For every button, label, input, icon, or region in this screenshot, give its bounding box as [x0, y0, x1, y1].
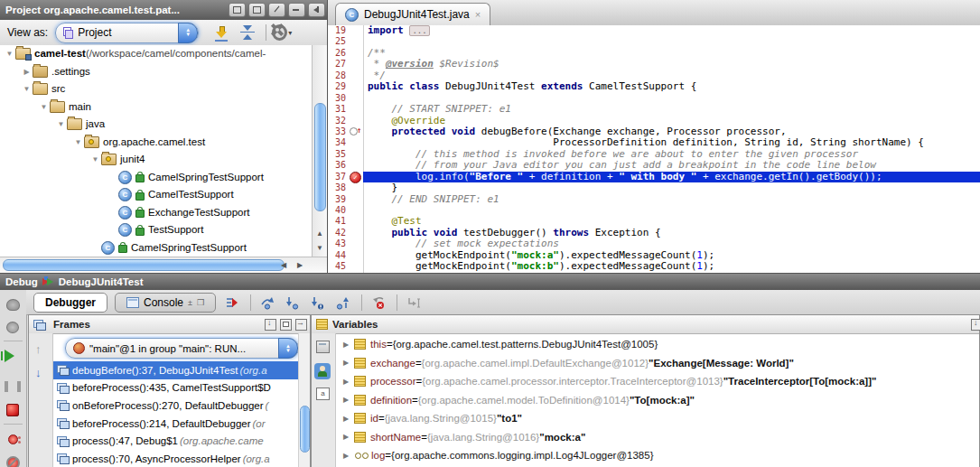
tree-hscrollbar-thumb[interactable]	[3, 259, 285, 271]
variable-row-id[interactable]: ▶id = {java.lang.String@1015}"to1"	[336, 409, 979, 428]
mute-breakpoints-icon[interactable]	[5, 454, 21, 467]
float-window-icon[interactable]	[229, 3, 246, 17]
view-as-dropdown[interactable]: Project ▲▼	[55, 23, 199, 43]
tree-open-arrow-icon[interactable]: ▼	[21, 80, 33, 98]
tree-scroll-up-icon[interactable]: ▲	[313, 227, 327, 241]
breakpoint-icon[interactable]	[350, 172, 361, 183]
pin-icon[interactable]	[268, 3, 285, 17]
tree-item-ExchangeTestSupport[interactable]: ExchangeTestSupport	[0, 204, 313, 222]
step-over-icon[interactable]	[258, 294, 276, 312]
code-area[interactable]: 19import ...2526/**27 * @version $Revisi…	[328, 25, 980, 273]
tree-item-CamelSpringTestSupport[interactable]: CamelSpringTestSupport	[0, 169, 313, 187]
tree-item-camel-test[interactable]: ▼camel-test (/workspace/camel/components…	[0, 45, 313, 63]
hide-panel-icon[interactable]	[308, 3, 325, 17]
tree-vscrollbar[interactable]: ▲ ▼	[312, 45, 327, 257]
thread-dump-icon[interactable]	[5, 319, 21, 335]
expand-arrow-icon[interactable]: ▶	[343, 433, 354, 441]
variable-row-exchange[interactable]: ▶exchange = {org.apache.camel.impl.Defau…	[336, 354, 979, 373]
text-view-icon[interactable]	[316, 388, 330, 400]
watch-settings-icon[interactable]	[314, 363, 331, 379]
tree-item-CamelSpringTestSupport[interactable]: CamelSpringTestSupport	[0, 239, 313, 257]
expand-arrow-icon[interactable]: ▶	[343, 359, 354, 367]
stop-icon[interactable]	[5, 402, 21, 418]
expand-arrow-icon[interactable]: ▶	[343, 378, 354, 386]
tree-item-CamelTestSupport[interactable]: CamelTestSupport	[0, 186, 313, 204]
overrides-method-icon[interactable]	[350, 127, 358, 135]
code-line-27[interactable]: 27 * @version $Revision$	[328, 59, 980, 70]
tree-open-arrow-icon[interactable]: ▼	[89, 151, 101, 169]
tree-open-arrow-icon[interactable]: ▼	[55, 116, 67, 134]
tree-item-junit4[interactable]: ▼junit4	[0, 151, 313, 169]
autoscroll-to-source-icon[interactable]	[213, 23, 233, 42]
tree-item-org.apache.camel.test[interactable]: ▼org.apache.camel.test	[0, 134, 313, 152]
tree-item-main[interactable]: ▼main	[0, 98, 313, 117]
force-step-into-icon[interactable]	[309, 294, 327, 312]
frame-row-1[interactable]: beforeProcess():435, CamelTestSupport$D	[53, 379, 299, 397]
tree-vscrollbar-thumb[interactable]	[314, 103, 326, 211]
debug-titlebar[interactable]: Debug DebugJUnit4Test	[0, 274, 980, 290]
editor-tab[interactable]: DebugJUnit4Test.java ×	[335, 3, 490, 25]
tree-open-arrow-icon[interactable]: ▼	[4, 45, 15, 63]
tree-scroll-right-icon[interactable]: ▶	[293, 258, 307, 273]
tree-open-arrow-icon[interactable]: ▼	[38, 98, 50, 117]
variable-row-definition[interactable]: ▶definition = {org.apache.camel.model.To…	[336, 391, 979, 410]
expand-arrow-icon[interactable]: ▶	[343, 341, 354, 349]
console-float-icon[interactable]: ❒	[197, 298, 204, 307]
step-into-icon[interactable]	[284, 294, 302, 312]
project-titlebar[interactable]: Project org.apache.camel.test.pat...	[0, 0, 327, 20]
variable-row-shortName[interactable]: ▶shortName = {java.lang.String@1016}"moc…	[336, 428, 979, 447]
tab-console[interactable]: Console ± ❒	[115, 293, 216, 313]
step-out-icon[interactable]	[334, 294, 352, 312]
scroll-from-source-icon[interactable]	[248, 3, 266, 17]
tree-open-arrow-icon[interactable]: ▼	[72, 134, 84, 152]
minimize-icon[interactable]	[288, 3, 305, 17]
run-to-cursor-icon[interactable]	[405, 294, 423, 312]
tree-scroll-left-icon[interactable]: ◀	[276, 258, 291, 273]
tab-close-icon[interactable]: ×	[475, 9, 481, 20]
tree-item-TestSupport[interactable]: TestSupport	[0, 221, 313, 239]
thread-dropdown-stepper-icon[interactable]: ▲▼	[278, 338, 298, 359]
variable-row-this[interactable]: ▶this = {org.apache.camel.test.patterns.…	[336, 335, 979, 354]
code-line-37[interactable]: 37 log.info("Before " + definition + " w…	[328, 172, 980, 182]
tree-item-java[interactable]: ▼java	[0, 116, 313, 134]
frame-row-0[interactable]: debugBefore():37, DebugJUnit4Test (org.a	[53, 361, 299, 379]
collapse-all-icon[interactable]	[238, 23, 258, 42]
dropdown-stepper-icon[interactable]: ▲▼	[178, 23, 198, 43]
frame-row-5[interactable]: process():70, AsyncProcessorHelper (org.…	[53, 450, 299, 467]
tree-hscrollbar[interactable]: ◀ ▶	[0, 257, 327, 274]
tree-item-src[interactable]: ▼src	[0, 80, 313, 98]
code-line-40[interactable]: 40	[328, 205, 980, 216]
expand-arrow-icon[interactable]: ▶	[343, 396, 354, 404]
expand-arrow-icon[interactable]: ▶	[343, 415, 354, 423]
expand-arrow-icon[interactable]: ▶	[343, 452, 354, 460]
frames-scrollbar[interactable]	[298, 333, 310, 467]
resume-icon[interactable]	[5, 348, 21, 364]
show-execution-point-icon[interactable]	[223, 294, 241, 312]
console-pin-output-icon[interactable]: ±	[188, 298, 192, 307]
pause-icon[interactable]	[5, 378, 21, 395]
variables-header[interactable]: Variables	[312, 315, 979, 334]
hide-frames-icon[interactable]	[295, 319, 307, 331]
frame-row-4[interactable]: process():47, Debug$1 (org.apache.came	[53, 432, 299, 450]
tree-item-.settings[interactable]: ▶.settings	[0, 63, 313, 81]
tab-debugger[interactable]: Debugger	[33, 293, 107, 313]
code-line-25[interactable]: 25	[328, 36, 980, 47]
frame-row-2[interactable]: onBeforeProcess():270, DefaultDebugger (	[53, 397, 299, 415]
tree-scroll-down-icon[interactable]: ▼	[313, 241, 327, 256]
float-panel-icon[interactable]	[280, 319, 292, 331]
code-line-45[interactable]: 45 getMockEndpoint("mock:b").expectedMes…	[328, 261, 980, 272]
variable-row-processor[interactable]: ▶processor = {org.apache.camel.processor…	[336, 372, 979, 391]
settings-gear-icon[interactable]: ▾	[272, 23, 292, 42]
restore-layout-icon[interactable]	[265, 319, 276, 331]
tree-closed-arrow-icon[interactable]: ▶	[21, 63, 33, 81]
code-line-19[interactable]: 19import ...	[328, 25, 980, 36]
restore-variables-icon[interactable]	[971, 319, 980, 331]
frames-scrollbar-thumb[interactable]	[300, 406, 310, 453]
frame-down-icon[interactable]: ↓	[35, 366, 42, 379]
thread-dropdown[interactable]: "main"@1 in group "main": RUN... ▲▼	[65, 338, 299, 359]
frames-header[interactable]: Frames	[29, 315, 310, 334]
code-line-39[interactable]: 39 // END SNIPPET: e1	[328, 194, 980, 205]
frame-row-3[interactable]: beforeProcess():214, DefaultDebugger (or	[53, 415, 299, 433]
rerun-icon[interactable]	[5, 296, 21, 313]
frame-up-icon[interactable]: ↑	[35, 342, 42, 356]
